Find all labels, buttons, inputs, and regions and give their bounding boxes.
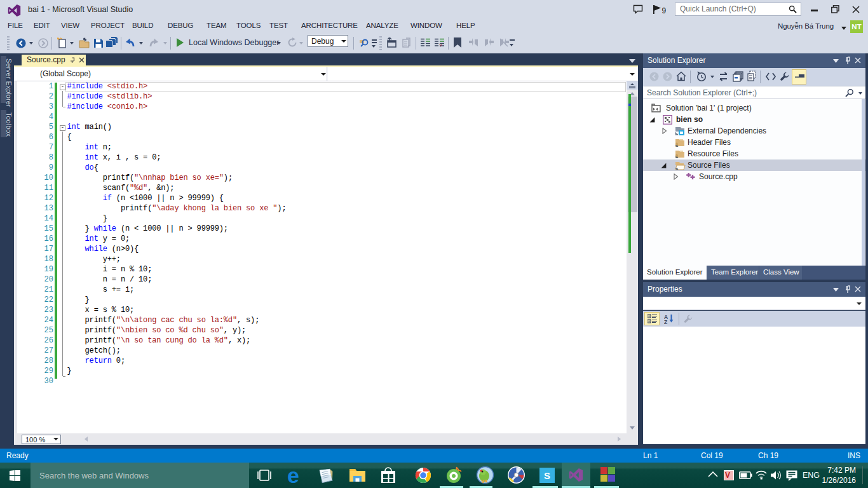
svg-text:S: S bbox=[544, 470, 550, 481]
svg-text:9: 9 bbox=[662, 6, 667, 15]
svg-text:Z: Z bbox=[664, 319, 667, 325]
svg-text:?: ? bbox=[439, 43, 442, 48]
